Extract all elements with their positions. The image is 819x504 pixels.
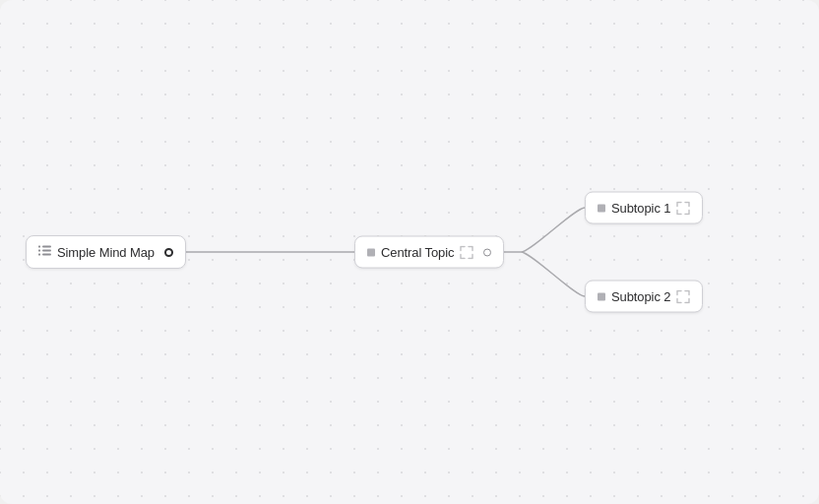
svg-rect-6 (38, 254, 40, 256)
subtopic1-node-label: Subtopic 1 (611, 201, 670, 216)
subtopic1-node-square (598, 204, 605, 212)
svg-rect-7 (42, 254, 51, 256)
subtopic2-node-square (598, 292, 605, 300)
svg-rect-5 (42, 250, 51, 252)
subtopic2-node[interactable]: Subtopic 2 (585, 281, 703, 313)
subtopic2-expand-icon[interactable] (676, 289, 690, 303)
subtopic1-node[interactable]: Subtopic 1 (585, 192, 703, 224)
central-expand-icon[interactable] (460, 245, 473, 259)
central-node[interactable]: Central Topic (354, 236, 504, 269)
central-node-label: Central Topic (381, 245, 454, 260)
central-node-square (367, 248, 375, 256)
root-node-label: Simple Mind Map (57, 245, 155, 260)
svg-rect-2 (38, 246, 40, 248)
mind-map-canvas: Simple Mind Map Central Topic Subtopic 1… (0, 0, 819, 504)
root-collapse-dot[interactable] (164, 248, 173, 257)
svg-rect-3 (42, 246, 51, 248)
root-node[interactable]: Simple Mind Map (26, 235, 186, 269)
subtopic2-node-label: Subtopic 2 (611, 289, 670, 304)
svg-rect-4 (38, 250, 40, 252)
list-icon (38, 244, 51, 260)
subtopic1-expand-icon[interactable] (676, 201, 690, 215)
central-collapse-dot[interactable] (483, 248, 491, 256)
